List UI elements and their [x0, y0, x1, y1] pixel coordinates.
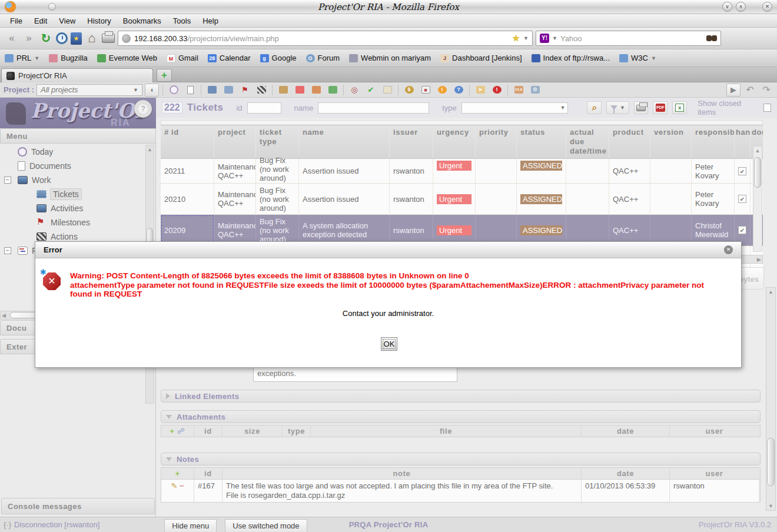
dialog-close-icon[interactable] [724, 245, 733, 254]
mail-icon[interactable] [380, 84, 394, 97]
actions-clapper-icon[interactable] [254, 84, 268, 97]
undo-icon[interactable]: ↶ [743, 84, 757, 97]
play-icon[interactable]: ▶ [726, 84, 741, 97]
url-dropdown-icon[interactable] [523, 35, 529, 41]
print-list-icon[interactable] [634, 101, 649, 114]
linked-elements-header[interactable]: Linked Elements [161, 390, 761, 403]
search-icon[interactable] [587, 101, 602, 114]
resources-icon[interactable] [276, 84, 290, 97]
new-tab-button[interactable] [157, 69, 172, 82]
target-icon[interactable]: ◎ [347, 84, 361, 97]
add-attachment-icon[interactable]: + [170, 427, 174, 435]
alert-icon[interactable]: ! [490, 84, 504, 97]
minimize-button[interactable]: ∨ [722, 2, 732, 12]
scrollbar-thumb[interactable] [767, 438, 775, 486]
delete-note-icon[interactable] [180, 481, 184, 490]
bookmark-ftp-index[interactable]: Index of ftp://rswa... [532, 54, 610, 62]
forward-icon[interactable] [22, 31, 36, 45]
table-row[interactable]: 20210 Maintenance QAC++ Bug Fix (no work… [161, 184, 763, 215]
bookmark-star-icon[interactable] [512, 33, 520, 44]
id-filter-input[interactable] [247, 102, 281, 114]
collapse-expander-icon[interactable] [4, 247, 11, 254]
switch-mode-button[interactable]: Use switched mode [225, 519, 307, 532]
bookmark-prl[interactable]: PRL [5, 54, 39, 62]
note-row[interactable]: #167 The test file was too large and was… [161, 480, 761, 503]
yahoo-icon[interactable]: Y! [540, 34, 549, 43]
table-row[interactable]: 20211 Maintenance QAC++ Bug Fix (no work… [161, 159, 763, 184]
col-project[interactable]: project [214, 125, 256, 158]
help-lifebuoy-icon[interactable]: ? [134, 100, 152, 118]
menu-history[interactable]: History [82, 15, 116, 26]
document-report-icon[interactable] [309, 84, 323, 97]
send-icon[interactable]: ➤ [473, 84, 487, 97]
checklist-icon[interactable]: ✔ [364, 84, 378, 97]
col-ticket-type[interactable]: ticket type [256, 125, 299, 158]
dialog-titlebar[interactable]: Error [35, 242, 741, 258]
scrollbar-thumb[interactable] [754, 157, 761, 188]
name-filter-input[interactable] [318, 102, 429, 114]
menu-help[interactable]: Help [197, 15, 224, 26]
redo-icon[interactable]: ↷ [759, 84, 773, 97]
add-note-icon[interactable]: + [175, 469, 180, 478]
reload-icon[interactable] [39, 31, 53, 45]
handled-checkbox[interactable] [738, 167, 746, 175]
col-due[interactable]: actual due date/time [566, 125, 609, 158]
console-messages-header[interactable]: Console messages [1, 498, 155, 514]
menu-view[interactable]: View [54, 15, 81, 26]
menu-file[interactable]: File [5, 15, 28, 26]
collapse-expander-icon[interactable] [4, 177, 11, 184]
bookmark-google[interactable]: gGoogle [260, 54, 297, 62]
back-icon[interactable] [5, 31, 19, 45]
col-product[interactable]: product [609, 125, 650, 158]
scroll-up-icon[interactable]: ▲ [753, 147, 762, 155]
scroll-up-icon[interactable]: ▲ [146, 145, 154, 154]
maximize-button[interactable]: ∧ [736, 2, 746, 12]
handled-checkbox[interactable] [738, 226, 746, 234]
filter-icon[interactable] [606, 101, 629, 114]
menu-panel-header[interactable]: Menu [0, 128, 156, 144]
col-priority[interactable]: priority [476, 125, 517, 158]
version-icon[interactable]: V1.0 [512, 84, 526, 97]
col-urgency[interactable]: urgency [433, 125, 476, 158]
presentation-icon[interactable]: ■ [419, 84, 433, 97]
bookmark-forum[interactable]: OForum [306, 54, 340, 62]
edit-note-icon[interactable] [171, 481, 177, 490]
home-icon[interactable] [85, 31, 99, 45]
today-icon[interactable] [167, 84, 181, 97]
help-icon[interactable]: ? [451, 84, 466, 97]
notes-header[interactable]: Notes [161, 453, 761, 466]
money-icon[interactable]: $ [402, 84, 416, 97]
bookmarks-book-icon[interactable] [71, 32, 82, 45]
scroll-right-icon[interactable]: ▶ [757, 255, 761, 264]
export-excel-icon[interactable]: X [672, 101, 687, 114]
sidebar-item-today[interactable]: Today [0, 145, 145, 159]
search-box[interactable]: Y! Yahoo [536, 31, 721, 46]
project-select[interactable]: All projects [36, 84, 142, 96]
show-closed-checkbox[interactable] [763, 104, 771, 112]
col-name[interactable]: name [299, 125, 390, 158]
col-version[interactable]: version [650, 125, 692, 158]
sidebar-item-work[interactable]: Work [0, 173, 145, 187]
activities-icon[interactable] [221, 84, 235, 97]
bookmark-calendar[interactable]: 28Calendar [208, 54, 251, 62]
attachments-header[interactable]: Attachments [161, 410, 761, 423]
attach-icon[interactable]: ☍ [177, 427, 185, 435]
type-filter-select[interactable] [461, 102, 569, 114]
sidebar-item-activities[interactable]: Activities [0, 201, 145, 215]
menu-bookmarks[interactable]: Bookmarks [118, 15, 167, 26]
scroll-left-icon[interactable]: ◀ [2, 311, 6, 320]
collapse-toolbar-icon[interactable]: ◖ [145, 84, 159, 97]
disconnect-link[interactable]: Disconnection [rswanton] [14, 520, 99, 529]
window-titlebar[interactable]: Project'Or RIA - Mozilla Firefox ∨ ∧ ✕ [0, 0, 777, 14]
search-binoculars-icon[interactable] [706, 35, 717, 41]
bookmark-gmail[interactable]: MGmail [167, 54, 198, 62]
col-issuer[interactable]: issuer [390, 125, 433, 158]
scroll-down-icon[interactable]: ▼ [766, 502, 775, 510]
handled-checkbox[interactable] [738, 195, 746, 203]
milestones-flag-icon[interactable]: ⚑ [238, 84, 252, 97]
page-vertical-scrollbar[interactable]: ▲ ▼ [766, 287, 776, 511]
search-engine-dropdown-icon[interactable] [552, 35, 557, 41]
close-button[interactable]: ✕ [762, 2, 772, 12]
bookmark-w3c[interactable]: W3C [619, 54, 656, 62]
bookmark-evernote[interactable]: Evernote Web [97, 54, 157, 62]
